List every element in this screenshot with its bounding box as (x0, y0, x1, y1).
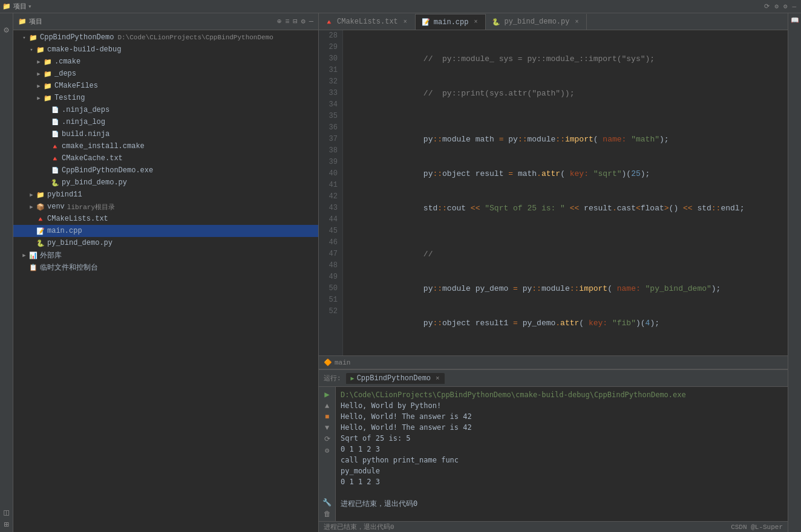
tree-arrow-cmake-build-debug: ▾ (28, 46, 35, 53)
tree-item-cmakecache[interactable]: ▶ 🔺 CMakeCache.txt (13, 152, 318, 164)
tool-icon-4[interactable]: ⊞ (4, 519, 8, 530)
terminal-line-2: Hello, World! The answer is 42 (341, 411, 783, 422)
code-line-39 (348, 340, 783, 352)
tree-item-cmake-dot[interactable]: ▶ 📁 .cmake (13, 56, 318, 68)
root-path: D:\Code\CLionProjects\CppBindPythonDemo (117, 34, 273, 41)
tree-item-venv[interactable]: ▶ 📦 venv library根目录 (13, 201, 318, 213)
ninja-log-icon: 📄 (51, 118, 59, 126)
build-ninja-icon: 📄 (51, 130, 59, 138)
terminal-run-label: 运行: (324, 374, 341, 383)
main-cpp-label: main.cpp (47, 227, 82, 235)
terminal-watermark: CSDN @L-Super (731, 524, 783, 531)
toolbar-dropdown[interactable]: ▾ (28, 2, 32, 10)
tree-item-root[interactable]: ▾ 📁 CppBindPythonDemo D:\Code\CLionProje… (13, 31, 318, 44)
tree-arrow-venv: ▶ (28, 203, 35, 210)
tree-item-pybind11[interactable]: ▶ 📁 pybind11 (13, 189, 318, 201)
pybind-folder-icon: 📁 (36, 190, 45, 199)
breadcrumb-label: main (335, 359, 350, 366)
sidebar-gear-icon[interactable]: ⚙ (301, 17, 306, 26)
terminal-run-btn[interactable]: ▶ (324, 389, 329, 400)
toolbar-settings-icon[interactable]: ⚙ (783, 2, 788, 10)
sidebar-locate-icon[interactable]: ⊕ (277, 17, 281, 26)
tree-item-py-root[interactable]: ▶ 🐍 py_bind_demo.py (13, 237, 318, 249)
right-icon-strip: 📖 (788, 13, 801, 532)
code-content[interactable]: // py::module_ sys = py::module_::import… (343, 30, 788, 355)
root-folder-icon: 📁 (29, 33, 38, 42)
tree-item-cmakeliststxt[interactable]: ▶ 🔺 CMakeLists.txt (13, 213, 318, 225)
tab-main-cpp[interactable]: 📝 main.cpp × (416, 14, 486, 30)
cmake-build-folder-icon: 📁 (36, 45, 45, 54)
terminal-line-10: 进程已结束，退出代码0 (341, 498, 783, 509)
tool-icon-3[interactable]: ◫ (4, 507, 8, 517)
toolbar-filter-icon[interactable]: ⚙ (774, 2, 779, 10)
terminal-line-1: Hello, World by Python! (341, 400, 783, 411)
terminal-line-8: 0 1 1 2 3 (341, 476, 783, 487)
cmakefiles-folder-icon: 📁 (44, 82, 52, 90)
tab-pybind-close[interactable]: × (573, 18, 580, 25)
terminal-line-path: D:\Code\CLionProjects\CppBindPythonDemo\… (341, 389, 783, 400)
tree-arrow-cmakefiles: ▶ (35, 82, 42, 89)
pybind11-label: pybind11 (47, 190, 82, 199)
tab-cmake-close[interactable]: × (402, 18, 409, 25)
tree-item-py-build[interactable]: ▶ 🐍 py_bind_demo.py (13, 177, 318, 189)
tree-arrow-root: ▾ (21, 34, 28, 41)
terminal-status-bar: 进程已结束，退出代码0 CSDN @L-Super (319, 521, 788, 532)
sidebar-minimize-icon[interactable]: — (309, 18, 313, 26)
tree-item-external[interactable]: ▶ 📊 外部库 (13, 249, 318, 261)
tab-cmake-icon: 🔺 (325, 18, 333, 26)
terminal-tab[interactable]: ▶ CppBindPythonDemo × (346, 373, 445, 384)
code-editor: 28 29 30 31 32 33 34 35 36 37 38 39 40 4… (319, 30, 788, 355)
ninja-log-label: .ninja_log (62, 118, 105, 126)
terminal-trash-btn[interactable]: 🗑 (324, 510, 331, 519)
terminal-down-btn[interactable]: ▼ (325, 424, 329, 432)
terminal-stop-btn[interactable]: ■ (325, 413, 329, 421)
tool-icon-2[interactable]: ⚙ (4, 25, 8, 35)
terminal-settings-btn[interactable]: ⚙ (325, 446, 329, 455)
tree-item-build-ninja[interactable]: ▶ 📄 build.ninja (13, 128, 318, 140)
line-numbers: 28 29 30 31 32 33 34 35 36 37 38 39 40 4… (319, 30, 343, 355)
tab-pybind-icon: 🐍 (492, 18, 500, 26)
sidebar-collapse-icon[interactable]: ⊟ (293, 17, 297, 26)
terminal-tab-close[interactable]: × (436, 375, 440, 382)
breadcrumb-icon: 🔶 (324, 358, 332, 366)
tab-main-close[interactable]: × (472, 19, 479, 26)
terminal-line-3: Hello, World! The answer is 42 (341, 422, 783, 433)
code-line-28 (348, 30, 783, 42)
terminal-wrench-btn[interactable]: 🔧 (322, 498, 332, 507)
terminal-up-btn[interactable]: ▲ (325, 402, 329, 410)
toolbar-sync-icon[interactable]: ⟳ (764, 2, 770, 10)
tree-item-ninja-deps[interactable]: ▶ 📄 .ninja_deps (13, 104, 318, 116)
cmakecache-icon: 🔺 (51, 154, 59, 163)
tree-item-deps[interactable]: ▶ 📁 _deps (13, 68, 318, 80)
tree-item-cmake-install[interactable]: ▶ 🔺 cmake_install.cmake (13, 140, 318, 152)
py-root-icon: 🐍 (36, 239, 45, 247)
deps-label: _deps (54, 70, 76, 78)
tree-item-exe[interactable]: ▶ 📄 CppBindPythonDemo.exe (13, 164, 318, 177)
exe-icon: 📄 (51, 166, 59, 175)
code-line-35 (348, 225, 783, 237)
py-build-icon: 🐍 (51, 178, 59, 187)
tree-item-cmake-build-debug[interactable]: ▾ 📁 cmake-build-debug (13, 44, 318, 56)
deps-folder-icon: 📁 (44, 70, 52, 78)
right-icon-1[interactable]: 📖 (791, 16, 799, 24)
cmake-install-icon: 🔺 (51, 142, 59, 151)
cmake-label: .cmake (54, 57, 80, 66)
tab-pybind[interactable]: 🐍 py_bind_demo.py × (486, 14, 587, 30)
temp-icon: 📋 (29, 263, 38, 271)
cmakeliststxt-icon: 🔺 (36, 215, 45, 223)
tree-item-ninja-log[interactable]: ▶ 📄 .ninja_log (13, 116, 318, 128)
terminal-rerun-btn[interactable]: ⟳ (324, 435, 330, 444)
terminal-content[interactable]: D:\Code\CLionProjects\CppBindPythonDemo\… (336, 387, 788, 521)
sidebar: 📁 项目 ⊕ ≡ ⊟ ⚙ — ▾ 📁 CppBindPyt (13, 13, 319, 532)
tab-cmake[interactable]: 🔺 CMakeLists.txt × (319, 14, 416, 30)
tree-item-cmakefiles[interactable]: ▶ 📁 CMakeFiles (13, 80, 318, 92)
toolbar-collapse-icon[interactable]: — (792, 3, 796, 10)
cmake-build-label: cmake-build-debug (47, 45, 121, 54)
tree-item-testing[interactable]: ▶ 📁 Testing (13, 92, 318, 104)
build-ninja-label: build.ninja (62, 130, 110, 138)
tree-item-main-cpp[interactable]: ▶ 📝 main.cpp (13, 225, 318, 237)
code-line-34: std::cout << "Sqrt of 25 is: " << result… (348, 191, 783, 225)
root-label: CppBindPythonDemo (40, 33, 114, 42)
tree-item-temp[interactable]: ▶ 📋 临时文件和控制台 (13, 261, 318, 273)
sidebar-expand-icon[interactable]: ≡ (285, 18, 289, 26)
